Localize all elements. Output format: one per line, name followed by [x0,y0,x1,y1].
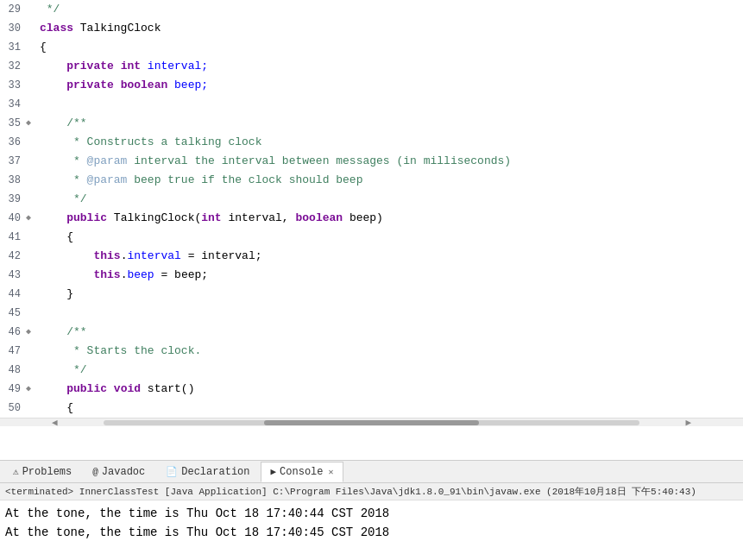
token: beep true if the clock should beep [127,173,362,186]
token: */ [40,363,87,376]
line-number: 41 [0,228,26,247]
code-content: * @param interval the interval between m… [38,152,511,171]
token: { [40,230,73,243]
token [114,79,121,91]
token: interval, [222,211,296,224]
line-number: 32 [0,57,26,76]
token: interval the interval between messages (… [127,154,511,167]
code-line: 36 * Constructs a talking clock [0,133,743,152]
token [114,60,121,72]
line-number: 31 [0,38,26,57]
console-panel: <terminated> InnerClassTest [Java Applic… [0,482,743,560]
bottom-tab-bar: ⚠Problems@Javadoc📄Declaration▶Console✕ [0,460,743,482]
line-number: 39 [0,190,26,209]
code-content: } [38,285,73,304]
console-line: At the tone, the time is Thu Oct 18 17:4… [5,504,738,523]
code-content: this.interval = interval; [38,247,262,266]
token [40,382,66,395]
console-line: At the tone, the time is Thu Oct 18 17:4… [5,523,738,542]
token: { [40,41,47,53]
token [40,211,66,224]
code-content: this.beep = beep; [38,266,208,285]
token: = interval; [181,249,262,262]
token: { [40,401,73,414]
code-editor: 29 */30 class TalkingClock31 {32 private… [0,0,743,460]
line-number: 37 [0,152,26,171]
token: void [114,382,141,395]
line-number: 42 [0,247,26,266]
code-line: 43 this.beep = beep; [0,266,743,285]
line-number: 47 [0,342,26,361]
token: beep; [167,79,208,91]
line-number: 49 [0,380,26,399]
token: boolean [121,79,168,91]
problems-icon: ⚠ [13,466,19,477]
code-content: */ [38,361,87,380]
code-content: { [38,38,47,57]
code-line: 35◆ /** [0,114,743,133]
code-line: 39 */ [0,190,743,209]
line-number: 45 [0,304,26,323]
token [40,79,66,91]
code-lines: 29 */30 class TalkingClock31 {32 private… [0,0,743,418]
token: interval [127,249,180,262]
tab-label: Problems [22,466,72,478]
token: */ [40,3,60,16]
token: * [40,154,87,167]
code-line: 42 this.interval = interval; [0,247,743,266]
code-line: 38 * @param beep true if the clock shoul… [0,171,743,190]
fold-icon[interactable]: ◆ [26,209,38,228]
code-line: 37 * @param interval the interval betwee… [0,152,743,171]
token: /** [40,325,87,338]
code-content: /** [38,323,87,342]
code-line: 50 { [0,399,743,418]
token: start() [141,382,194,395]
line-number: 33 [0,76,26,95]
tab-close-button[interactable]: ✕ [329,467,334,477]
line-number: 34 [0,95,26,114]
code-line: 45 [0,304,743,323]
line-number: 44 [0,285,26,304]
line-number: 48 [0,361,26,380]
line-number: 29 [0,0,26,19]
code-content: class TalkingClock [38,19,161,38]
tab-declaration[interactable]: 📄Declaration [156,462,259,482]
token: this [93,249,120,262]
token: public [66,211,107,224]
line-number: 35 [0,114,26,133]
scrollbar-track[interactable] [104,420,639,425]
token: TalkingClock( [107,211,201,224]
code-line: 29 */ [0,0,743,19]
tab-problems[interactable]: ⚠Problems [3,462,81,482]
code-line: 46◆ /** [0,323,743,342]
line-number: 36 [0,133,26,152]
tab-javadoc[interactable]: @Javadoc [83,462,154,482]
token: TalkingClock [80,22,161,35]
code-content: * Constructs a talking clock [38,133,261,152]
scrollbar-thumb[interactable] [264,420,478,425]
line-number: 40 [0,209,26,228]
console-header: <terminated> InnerClassTest [Java Applic… [0,483,743,500]
code-content: public TalkingClock(int interval, boolea… [38,209,383,228]
code-content: private int interval; [38,57,208,76]
code-line: 49◆ public void start() [0,380,743,399]
code-line: 48 */ [0,361,743,380]
code-content: * Starts the clock. [38,342,201,361]
code-content: private boolean beep; [38,76,208,95]
code-content: */ [38,190,87,209]
code-content [38,304,47,323]
token: @param [87,173,128,186]
code-content: public void start() [38,380,194,399]
fold-icon[interactable]: ◆ [26,380,38,399]
fold-icon[interactable]: ◆ [26,323,38,342]
tab-console[interactable]: ▶Console✕ [261,462,343,482]
token: boolean [295,211,343,224]
code-content: { [38,228,73,247]
fold-icon[interactable]: ◆ [26,114,38,133]
token: */ [40,192,87,205]
horizontal-scrollbar[interactable]: ◀ ▶ [0,418,743,426]
token: beep [127,268,154,281]
token: class [40,22,80,35]
code-line: 32 private int interval; [0,57,743,76]
token: int [201,211,221,224]
